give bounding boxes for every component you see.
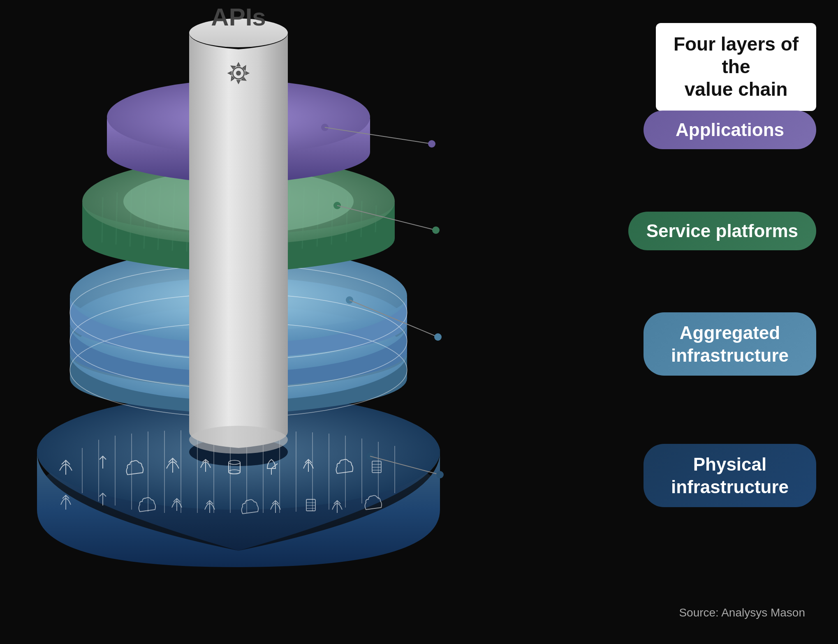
svg-point-73: [236, 71, 241, 76]
apis-label: APIs: [211, 3, 266, 31]
applications-label: Applications: [676, 120, 784, 140]
gear-icon: [229, 63, 248, 83]
labels-area: Four layers of the value chain Applicati…: [493, 0, 838, 644]
physical-infrastructure-pill: Physicalinfrastructure: [644, 444, 816, 507]
aggregated-label: Aggregatedinfrastructure: [671, 321, 789, 367]
physical-label: Physicalinfrastructure: [671, 453, 789, 498]
title-line1: Four layers of the: [674, 33, 799, 77]
title-box: Four layers of the value chain: [656, 23, 816, 111]
diagram-svg: APIs: [0, 0, 535, 644]
source-text: Source: Analysys Mason: [679, 606, 805, 619]
service-platforms-pill: Service platforms: [628, 212, 816, 250]
title-line2: value chain: [685, 78, 788, 100]
aggregated-infrastructure-pill: Aggregatedinfrastructure: [644, 312, 816, 376]
applications-pill: Applications: [644, 111, 816, 149]
title-text: Four layers of the value chain: [671, 33, 801, 101]
svg-point-76: [434, 333, 442, 341]
svg-point-74: [428, 140, 435, 148]
svg-point-71: [189, 426, 288, 454]
source-label: Source: Analysys Mason: [679, 606, 805, 619]
service-platforms-label: Service platforms: [646, 221, 798, 241]
svg-point-77: [436, 471, 444, 478]
svg-point-75: [432, 226, 440, 234]
main-container: APIs: [0, 0, 838, 644]
